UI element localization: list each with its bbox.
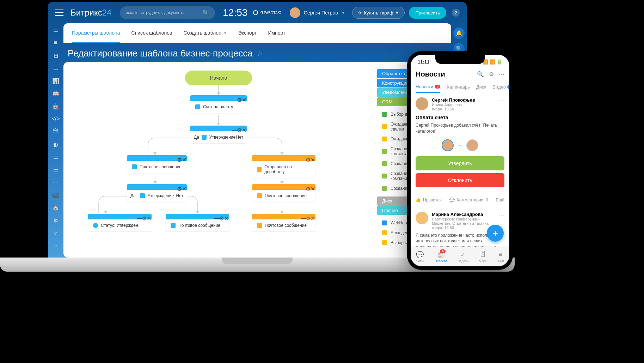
- avatar: [416, 97, 428, 110]
- feed-title: Оплата счёта: [416, 115, 504, 120]
- nav-icon[interactable]: 🤖: [53, 103, 59, 109]
- tab-export[interactable]: Экспорт: [238, 23, 257, 43]
- comments-button[interactable]: 💬 Комментарии: 3: [449, 198, 488, 202]
- node-status-approved[interactable]: —⚙✕ Статус: Утвержден: [88, 214, 152, 231]
- search-icon: 🔍: [202, 10, 209, 16]
- menu-icon[interactable]: [55, 10, 63, 16]
- nav-icon[interactable]: ▭: [53, 179, 59, 186]
- invite-button[interactable]: Пригласить: [409, 7, 446, 19]
- tabs-bar: Параметры шаблона Список шаблонов Создат…: [63, 23, 451, 43]
- phone-title: Новости: [416, 70, 445, 78]
- phone-tab-video[interactable]: Видео1: [492, 81, 509, 93]
- feed-author: Сергей Прокофьев: [432, 97, 495, 103]
- tab-template-list[interactable]: Список шаблонов: [131, 23, 172, 43]
- feed-recipient: Ирина Андреева: [432, 103, 495, 107]
- nav-icon[interactable]: ▭: [53, 27, 59, 33]
- clock: 12:53: [223, 7, 247, 18]
- wifi-icon: 📶: [490, 59, 495, 65]
- node-invoice[interactable]: —⚙✕ Счёт на оплату: [190, 95, 247, 113]
- node-rework[interactable]: —⚙✕ Отправлен на доработку: [252, 155, 315, 178]
- nav-chats[interactable]: 💬Чаты: [416, 251, 424, 263]
- node-start[interactable]: Начало: [185, 71, 252, 85]
- feed-post[interactable]: Сергей Прокофьев Ирина Андреева вчера, 1…: [416, 97, 504, 206]
- node-mail-1[interactable]: —⚙✕ Почтовое сообщение: [127, 155, 187, 173]
- nav-icon[interactable]: ⋔: [53, 243, 59, 249]
- nav-icon[interactable]: ⚙: [53, 217, 59, 224]
- nav-icon[interactable]: ≡: [53, 40, 59, 46]
- nav-crm[interactable]: 🗄CRM: [479, 251, 487, 262]
- more-icon[interactable]: ⋯: [499, 71, 504, 78]
- nav-icon[interactable]: ▭: [53, 154, 59, 160]
- filter-icon[interactable]: ⚙: [489, 71, 494, 78]
- feed-time: вчера, 16:50: [432, 107, 495, 111]
- phone-mockup: 11:11 📶📶🔋 Новости 🔍 ⚙ ⋯ Новости3 Календа…: [407, 51, 513, 270]
- phone-bottom-nav: 💬Чаты 📰Новости4 ✓Задачи 🗄CRM ≡Ещё: [411, 247, 509, 266]
- nav-icon[interactable]: 📹: [53, 192, 59, 198]
- avatar: [290, 7, 300, 18]
- nav-icon[interactable]: 📊: [53, 78, 59, 84]
- nav-tasks[interactable]: ✓Задачи: [458, 251, 468, 263]
- nav-icon[interactable]: 🏛: [53, 128, 59, 135]
- workflow-canvas[interactable]: Начало —⚙✕ Счёт на оплату —⚙✕ Да Утвержд…: [70, 69, 377, 250]
- more-icon[interactable]: ⋯: [499, 97, 504, 111]
- nav-icon[interactable]: 🏠: [53, 205, 59, 211]
- nav-icon[interactable]: ⊞: [53, 52, 59, 59]
- more-link[interactable]: Ещё: [496, 198, 504, 202]
- tab-import[interactable]: Импорт: [268, 23, 285, 43]
- work-status[interactable]: Я РАБОТАЮ: [253, 10, 281, 15]
- avatar: [416, 212, 428, 224]
- search-input[interactable]: 🔍: [120, 6, 215, 19]
- nav-more[interactable]: ≡Ещё: [497, 251, 504, 262]
- help-icon[interactable]: ?: [452, 9, 460, 17]
- star-icon[interactable]: ☆: [257, 50, 263, 58]
- user-menu[interactable]: Сергей Петров ▼: [290, 7, 345, 18]
- nav-icon[interactable]: ▭: [53, 167, 59, 173]
- nav-icon[interactable]: ○: [53, 230, 59, 236]
- tab-create-template[interactable]: Создать шаблон▼: [184, 23, 227, 43]
- approve-button[interactable]: Утвердить: [416, 156, 504, 170]
- right-sidebar: 🔔 🔍: [451, 23, 467, 54]
- nav-icon[interactable]: 📖: [53, 90, 59, 97]
- phone-tab-news[interactable]: Новости3: [416, 81, 440, 93]
- node-mail-2[interactable]: —⚙✕ Почтовое сообщение: [252, 184, 315, 202]
- avatar: [442, 139, 454, 151]
- tab-template-params[interactable]: Параметры шаблона: [72, 23, 120, 43]
- phone-tab-calendar[interactable]: Календарь: [447, 81, 470, 93]
- nav-icon[interactable]: ▭: [53, 65, 59, 71]
- nav-news[interactable]: 📰Новости4: [435, 251, 447, 263]
- feed-time: вчера, 16:50: [432, 225, 495, 230]
- nav-icon[interactable]: </>: [53, 116, 59, 122]
- nav-icon[interactable]: ◐: [53, 141, 59, 147]
- feed-sub: Партнерские конференции, Маркетинг, Стра…: [432, 217, 495, 225]
- node-mail-4[interactable]: —⚙✕ Почтовое сообщение: [252, 214, 315, 231]
- left-sidebar: ▭ ≡ ⊞ ▭ 📊 📖 🤖 </> 🏛 ◐ ▭ ▭ ▭ 📹 🏠 ⚙ ○ ⋔ ▭ …: [48, 23, 63, 258]
- reject-button[interactable]: Отклонить: [416, 173, 504, 187]
- bell-icon[interactable]: 🔔: [453, 28, 465, 39]
- page-title: Редактирование шаблона бизнес-процесса ☆: [68, 48, 263, 59]
- node-mail-3[interactable]: —⚙✕ Почтовое сообщение: [166, 214, 229, 231]
- arrow-right-icon: →: [457, 142, 463, 149]
- search-icon[interactable]: 🔍: [477, 71, 484, 78]
- fab-add[interactable]: +: [487, 225, 504, 242]
- node-approval-1[interactable]: —⚙✕ Да Утверждение Нет: [190, 126, 247, 143]
- buy-plan-button[interactable]: ✈ Купить тариф ▼: [352, 7, 405, 19]
- avatar: [466, 139, 478, 151]
- logo: Битрикс24: [70, 8, 111, 18]
- battery-icon: 🔋: [497, 59, 502, 65]
- phone-tab-disk[interactable]: Диск: [476, 81, 486, 93]
- feed-text: Сергей Прокофьев добавил счёт "Печать ка…: [416, 122, 504, 134]
- feed-author: Марина Александрова: [432, 212, 495, 217]
- node-approval-2[interactable]: —⚙✕ Да Утверждение Нет: [127, 184, 187, 202]
- paper-plane-icon: ✈: [358, 10, 362, 16]
- like-button[interactable]: 👍 Нравится: [416, 198, 442, 202]
